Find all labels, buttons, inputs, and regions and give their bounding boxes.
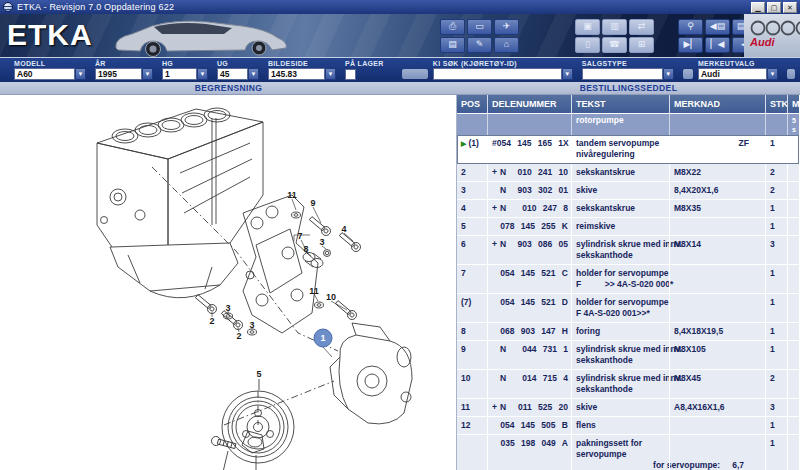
edit-icon[interactable]: ✎ [467, 37, 492, 53]
screen-info-icon[interactable]: ▣ [575, 19, 600, 35]
filter-value[interactable]: 145.83 [268, 68, 325, 80]
window-title: ETKA - Revisjon 7.0 Oppdatering 622 [17, 3, 174, 12]
table-row[interactable]: 7054 145 521 Cholder for servopumpeF >> … [457, 265, 799, 294]
callout-4[interactable]: 4 [341, 224, 346, 234]
col-stk: STK [765, 95, 787, 113]
filter-value[interactable]: 1995 [95, 68, 142, 80]
callout-11[interactable]: 11 [287, 190, 297, 200]
callout-8[interactable]: 8 [303, 244, 308, 254]
svg-text:3: 3 [225, 303, 230, 313]
table-body: ▶(1)#054 145 165 1Xtandem servopumpenivå… [457, 135, 799, 470]
callout-1[interactable]: 1 [314, 329, 332, 347]
screen-basket-icon[interactable]: ▥ [602, 19, 627, 35]
cell-pos [457, 435, 487, 470]
fasteners-art [194, 212, 363, 335]
dropdown-button[interactable]: ▼ [767, 68, 778, 80]
dropdown-button[interactable]: ▼ [75, 68, 86, 80]
display-icon[interactable]: ▭ [467, 19, 492, 35]
filter-label: BILDESIDE [268, 59, 336, 68]
hub-bolt-art [210, 431, 264, 470]
col-merknad: MERKNAD [669, 95, 765, 113]
callout-11[interactable]: 11 [309, 286, 319, 296]
svg-text:3: 3 [319, 237, 324, 247]
cell-merknad: M8X35 [669, 200, 765, 217]
filter-value[interactable]: Audi [698, 68, 767, 80]
dropdown-button[interactable]: ▼ [562, 68, 573, 80]
cell-stk: 2 [765, 182, 787, 199]
phone-order-icon[interactable]: ☎ [602, 37, 627, 53]
dropdown-button[interactable]: ▼ [248, 68, 259, 80]
cell-stk: 3 [765, 236, 787, 264]
basket-transfer-icon[interactable]: ⇄ [629, 19, 654, 35]
filter-value[interactable]: 1 [162, 68, 197, 80]
shopping-cart-icon[interactable]: ⊞ [629, 37, 654, 53]
audi-rings-icon [750, 20, 800, 36]
cell-tekst: holder for servopumpeF >> 4A-S-020 000* [571, 265, 669, 293]
partslist-icon[interactable]: ▤ [440, 37, 465, 53]
print-icon[interactable]: ⎙ [440, 19, 465, 35]
cell-delenummer: 078 145 255 K [487, 218, 571, 235]
minimize-button[interactable]: ▁ [751, 2, 765, 13]
filter-bildeside: BILDESIDE145.83▼ [268, 59, 336, 80]
callout-10[interactable]: 10 [326, 292, 336, 302]
table-row[interactable]: (7)054 145 521 Dholder for servopumpeF 4… [457, 294, 799, 323]
cell-modell [787, 182, 799, 199]
callout-3[interactable]: 3 [225, 303, 230, 313]
callout-9[interactable]: 9 [310, 198, 315, 208]
close-button[interactable]: ✕ [783, 2, 797, 13]
filter-value[interactable]: A60 [14, 68, 75, 80]
svg-text:2: 2 [209, 316, 214, 326]
first-page-icon[interactable]: ▏◀ [705, 37, 730, 53]
workshop-icon[interactable]: ⌂ [494, 37, 519, 53]
table-row[interactable]: 10N014 715 4sylindrisk skrue med innv.se… [457, 370, 799, 399]
terminal-icon[interactable]: ▯ [575, 37, 600, 53]
filter-value[interactable] [582, 68, 663, 80]
cell-tekst: skive [571, 182, 669, 199]
cell-modell [787, 236, 799, 264]
pin-icon[interactable]: ⚲ [678, 19, 703, 35]
etka-logo: ETKA [7, 18, 93, 52]
cell-merknad: M8X45 [669, 370, 765, 398]
table-row[interactable]: 2+N010 241 10sekskantskrueM8X222 [457, 164, 799, 182]
table-row[interactable]: 12054 145 505 Bflens1 [457, 417, 799, 435]
maximize-button[interactable]: ▢ [767, 2, 781, 13]
dropdown-button[interactable]: ▼ [197, 68, 208, 80]
cell-modell [787, 164, 799, 181]
callout-5[interactable]: 5 [256, 369, 261, 379]
table-row[interactable]: 035 198 049 Apakningssett forservopumpef… [457, 435, 799, 470]
callout-3[interactable]: 3 [319, 237, 324, 247]
dropdown-button[interactable]: ▼ [325, 68, 336, 80]
send-icon[interactable]: ✈ [494, 19, 519, 35]
table-row[interactable]: 11+N011 525 20skiveA8,4X16X1,63 [457, 399, 799, 417]
cell-modell [787, 294, 799, 322]
callout-2[interactable]: 2 [209, 316, 214, 326]
dropdown-button[interactable]: ▼ [142, 68, 153, 80]
callout-3[interactable]: 3 [249, 320, 254, 330]
table-row[interactable]: 4+N010 247 8sekskantskrueM8X351 [457, 200, 799, 218]
table-row[interactable]: 9N044 731 1sylindrisk skrue med innv.sek… [457, 341, 799, 370]
jump-end-icon[interactable]: ▶▏ [678, 37, 703, 53]
filter-value[interactable] [433, 68, 562, 80]
filter-label: MERKEUTVALG [698, 59, 778, 68]
table-row[interactable]: 6+N903 086 05sylindrisk skrue med innv.s… [457, 236, 799, 265]
table-row[interactable]: 5078 145 255 Kreimskive1 [457, 218, 799, 236]
cell-modell [787, 200, 799, 217]
cell-delenummer: N044 731 1 [487, 341, 571, 369]
filter-checkbox[interactable] [345, 69, 356, 80]
filter-value[interactable]: 45 [217, 68, 248, 80]
callout-7[interactable]: 7 [297, 231, 302, 241]
svg-text:8: 8 [303, 244, 308, 254]
callout-leaders [212, 199, 353, 357]
filter-label: UG [217, 59, 259, 68]
table-row[interactable]: 8068 903 147 Hforing8,4X18X19,51 [457, 323, 799, 341]
dropdown-button[interactable]: ▼ [663, 68, 674, 80]
cell-tekst: flens [571, 417, 669, 434]
table-row[interactable]: 3N903 302 01skive8,4X20X1,62 [457, 182, 799, 200]
page-previous-icon[interactable]: ◀▤ [705, 19, 730, 35]
table-row[interactable]: ▶(1)#054 145 165 1Xtandem servopumpenivå… [457, 135, 799, 164]
svg-text:2: 2 [236, 331, 241, 341]
callout-2[interactable]: 2 [236, 331, 241, 341]
svg-text:11: 11 [287, 190, 297, 200]
cell-stk: 1 [765, 218, 787, 235]
svg-text:11: 11 [309, 286, 319, 296]
